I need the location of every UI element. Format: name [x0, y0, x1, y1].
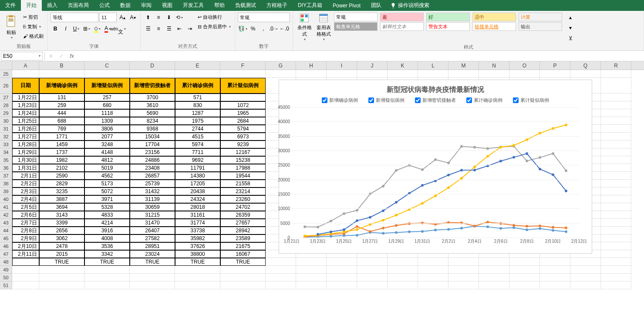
- cell-D31[interactable]: 9368: [130, 125, 175, 133]
- cell-N51[interactable]: [479, 281, 509, 289]
- cell-style-好[interactable]: 好: [426, 13, 470, 21]
- cell-F40[interactable]: 23260: [220, 195, 266, 203]
- cell-Q51[interactable]: [570, 281, 601, 289]
- cell-E26[interactable]: 累计确诊病例: [175, 78, 220, 94]
- increase-decimal-button[interactable]: .0→: [269, 24, 279, 33]
- cell-R39[interactable]: [601, 187, 631, 195]
- styles-scroll-down[interactable]: ▾: [566, 23, 575, 33]
- cell-F37[interactable]: 19544: [220, 172, 266, 180]
- series-marker[interactable]: [303, 234, 306, 237]
- series-marker[interactable]: [356, 234, 358, 237]
- align-right-button[interactable]: ☰: [164, 24, 174, 33]
- legend-item-新增疑似病例[interactable]: 新增疑似病例: [368, 97, 405, 104]
- cell-N25[interactable]: [479, 70, 509, 78]
- cell-F46[interactable]: 21675: [220, 242, 266, 250]
- series-marker[interactable]: [499, 227, 502, 230]
- column-header-R[interactable]: R: [601, 61, 631, 70]
- cell-D27[interactable]: 3700: [130, 94, 175, 101]
- cell-B48[interactable]: TRUE: [39, 258, 84, 266]
- cell-E30[interactable]: 1975: [175, 117, 220, 125]
- column-header-C[interactable]: C: [84, 61, 130, 70]
- cell-E27[interactable]: 571: [175, 94, 220, 101]
- cell-F44[interactable]: 28942: [220, 227, 266, 234]
- cell-O25[interactable]: [509, 70, 540, 78]
- column-header-K[interactable]: K: [388, 61, 418, 70]
- copy-button[interactable]: ⎘复制▾: [22, 22, 45, 31]
- legend-checkbox[interactable]: [513, 97, 519, 103]
- cell-P51[interactable]: [540, 281, 570, 289]
- series-marker[interactable]: [369, 223, 371, 226]
- cell-O48[interactable]: [509, 258, 540, 266]
- cell-E42[interactable]: 31161: [175, 211, 220, 219]
- series-marker[interactable]: [473, 166, 476, 168]
- cell-E36[interactable]: 11791: [175, 164, 220, 172]
- cell-F29[interactable]: 1965: [220, 109, 266, 117]
- cell-D46[interactable]: 28951: [130, 242, 175, 250]
- cell-F31[interactable]: 5794: [220, 125, 266, 133]
- cell-R34[interactable]: [601, 148, 631, 156]
- fx-button[interactable]: fx: [67, 53, 77, 59]
- cell-M51[interactable]: [448, 281, 479, 289]
- cell-B37[interactable]: 2590: [39, 172, 84, 180]
- series-marker[interactable]: [408, 231, 411, 233]
- cell-I49[interactable]: [327, 266, 357, 274]
- cell-G50[interactable]: [266, 274, 296, 281]
- series-marker[interactable]: [526, 225, 528, 228]
- cell-F49[interactable]: [220, 266, 266, 274]
- cell-D25[interactable]: [130, 70, 175, 78]
- cell-style-输出[interactable]: 输出: [519, 22, 562, 31]
- cell-B31[interactable]: 769: [39, 125, 84, 133]
- cell-E35[interactable]: 9692: [175, 156, 220, 164]
- series-marker[interactable]: [330, 220, 332, 222]
- cell-R27[interactable]: [601, 94, 631, 101]
- row-header-32[interactable]: 32: [0, 133, 12, 141]
- styles-scroll-up[interactable]: ▴: [566, 13, 575, 22]
- cell-E41[interactable]: 28018: [175, 203, 220, 211]
- cell-F43[interactable]: 27657: [220, 219, 266, 227]
- column-header-P[interactable]: P: [540, 61, 570, 70]
- cell-C41[interactable]: 5328: [84, 203, 130, 211]
- cell-L25[interactable]: [418, 70, 448, 78]
- phonetic-button[interactable]: wén文▾: [113, 24, 123, 33]
- cell-D41[interactable]: 30659: [130, 203, 175, 211]
- series-marker[interactable]: [356, 209, 358, 212]
- cell-E50[interactable]: [175, 274, 220, 281]
- cell-B42[interactable]: 3143: [39, 211, 84, 219]
- cell-A30[interactable]: 1月25日: [12, 117, 39, 125]
- ribbon-tab-文件[interactable]: 文件: [0, 0, 21, 11]
- cell-J49[interactable]: [357, 266, 388, 274]
- series-marker[interactable]: [382, 232, 384, 234]
- cell-R47[interactable]: [601, 250, 631, 258]
- series-marker[interactable]: [460, 169, 463, 171]
- cell-P50[interactable]: [540, 274, 570, 281]
- cell-C38[interactable]: 5173: [84, 180, 130, 187]
- ribbon-tab-插入[interactable]: 插入: [42, 0, 63, 11]
- ribbon-tab-数据[interactable]: 数据: [115, 0, 136, 11]
- cell-C34[interactable]: 4148: [84, 148, 130, 156]
- cell-O51[interactable]: [509, 281, 540, 289]
- cell-D34[interactable]: 23156: [130, 148, 175, 156]
- cell-F27[interactable]: [220, 94, 266, 101]
- increase-font-button[interactable]: A▴: [118, 13, 127, 22]
- row-header-44[interactable]: 44: [0, 227, 12, 234]
- cell-R40[interactable]: [601, 195, 631, 203]
- series-marker[interactable]: [539, 132, 541, 134]
- series-marker[interactable]: [330, 231, 332, 233]
- cell-D26[interactable]: 新增密切接触者: [130, 78, 175, 94]
- cell-C35[interactable]: 4812: [84, 156, 130, 164]
- series-marker[interactable]: [447, 228, 450, 231]
- cell-E51[interactable]: [175, 281, 220, 289]
- row-header-33[interactable]: 33: [0, 141, 12, 148]
- series-marker[interactable]: [460, 145, 463, 147]
- cell-H49[interactable]: [296, 266, 327, 274]
- cell-B46[interactable]: 2478: [39, 242, 84, 250]
- cell-C51[interactable]: [84, 281, 130, 289]
- series-marker[interactable]: [565, 227, 567, 229]
- wrap-text-button[interactable]: ↩自动换行: [196, 13, 232, 21]
- series-marker[interactable]: [565, 231, 567, 233]
- cell-H25[interactable]: [296, 70, 327, 78]
- cell-D48[interactable]: TRUE: [130, 258, 175, 266]
- cell-F36[interactable]: 17988: [220, 164, 266, 172]
- series-marker[interactable]: [382, 185, 384, 187]
- cell-style-常规[interactable]: 常规: [334, 13, 378, 21]
